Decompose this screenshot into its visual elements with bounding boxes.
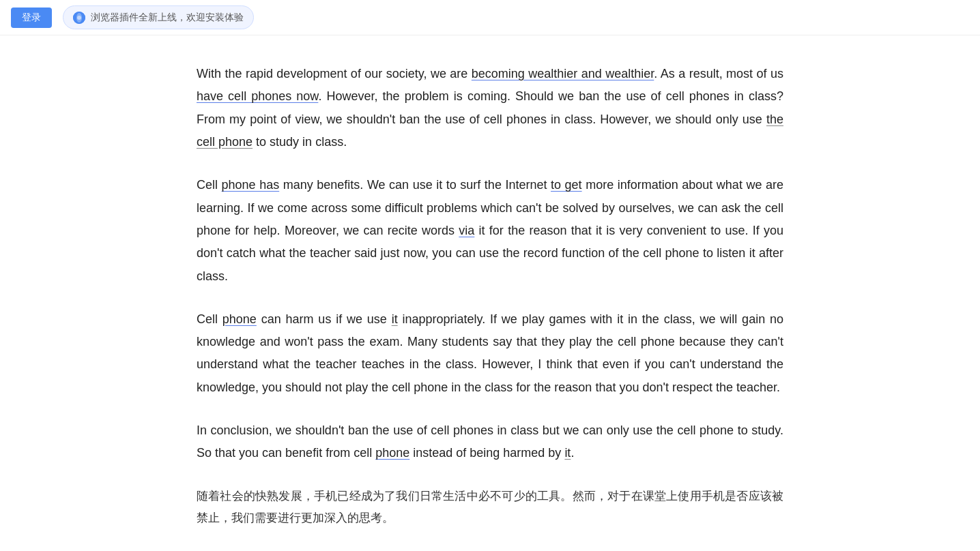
underline-to-get: to get xyxy=(551,178,582,192)
plugin-icon xyxy=(73,12,85,24)
paragraph-4: In conclusion, we shouldn't ban the use … xyxy=(197,419,783,465)
paragraph-1: With the rapid development of our societ… xyxy=(197,63,783,153)
content-area: With the rapid development of our societ… xyxy=(183,35,797,551)
underline-via: via xyxy=(459,224,474,237)
underline-the-cell: the cell phone xyxy=(197,113,783,149)
underline-phone-has: phone has xyxy=(222,178,280,192)
underline-becoming: becoming wealthier and wealthier xyxy=(472,67,654,80)
underline-phone-2: phone xyxy=(375,446,409,460)
paragraph-2: Cell phone has many benefits. We can use… xyxy=(197,174,783,287)
top-bar: 登录 浏览器插件全新上线，欢迎安装体验 xyxy=(0,0,980,35)
underline-phone: phone xyxy=(222,312,257,326)
underline-it-2: it xyxy=(564,446,571,460)
login-button[interactable]: 登录 xyxy=(11,8,52,28)
paragraph-3: Cell phone can harm us if we use it inap… xyxy=(197,308,783,399)
underline-it-1: it xyxy=(392,312,398,326)
plugin-banner[interactable]: 浏览器插件全新上线，欢迎安装体验 xyxy=(63,5,254,29)
underline-have-cell: have cell phones now xyxy=(197,89,318,103)
paragraph-5-chinese: 随着社会的快熟发展，手机已经成为了我们日常生活中必不可少的工具。然而，对于在课堂… xyxy=(197,486,783,530)
plugin-text: 浏览器插件全新上线，欢迎安装体验 xyxy=(91,9,244,26)
svg-point-2 xyxy=(77,16,81,20)
